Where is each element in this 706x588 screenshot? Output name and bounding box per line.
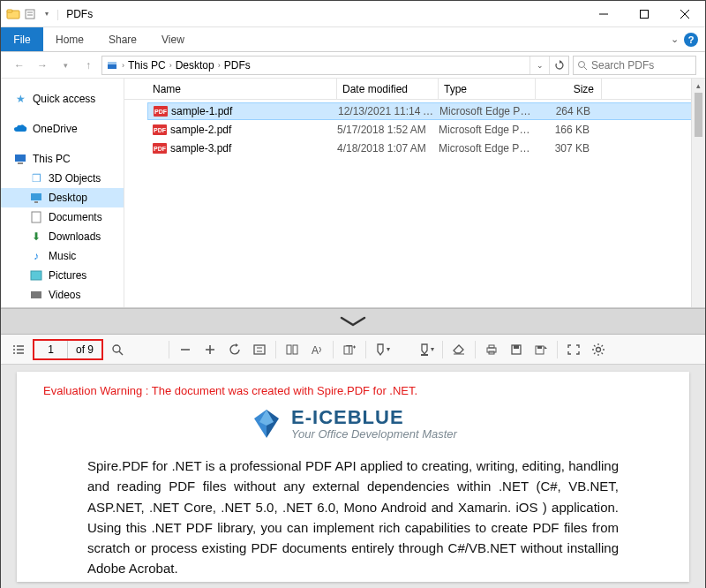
pictures-icon [29, 268, 43, 283]
document-icon [29, 210, 43, 224]
nav-onedrive[interactable]: OneDrive [1, 119, 124, 139]
page-indicator: 1 of 9 [33, 339, 103, 360]
file-row[interactable]: PDFsample-3.pdf4/18/2018 1:07 AMMicrosof… [147, 139, 700, 157]
split-collapse-button[interactable] [1, 308, 705, 335]
read-aloud-icon[interactable]: A [306, 339, 327, 360]
file-row[interactable]: PDFsample-2.pdf5/17/2018 1:52 AMMicrosof… [147, 121, 700, 139]
svg-rect-48 [514, 345, 519, 349]
zoom-in-icon[interactable] [199, 339, 221, 360]
close-button[interactable] [665, 1, 705, 27]
svg-line-12 [584, 67, 587, 70]
col-size[interactable]: Size [536, 79, 602, 99]
col-name[interactable]: Name [147, 79, 337, 99]
logo-block: E-ICEBLUE Your Office Development Master [43, 406, 663, 441]
save-as-icon[interactable] [530, 339, 552, 360]
svg-line-59 [594, 352, 596, 354]
pdf-toolbar: 1 of 9 A T ▾ ▾ [1, 335, 705, 365]
nav-thispc[interactable]: This PC [1, 149, 124, 169]
svg-line-57 [602, 352, 604, 354]
save-icon[interactable] [506, 339, 527, 360]
forward-button[interactable]: → [33, 56, 52, 75]
highlight-icon[interactable]: ▾ [416, 339, 437, 360]
crumb-desktop[interactable]: Desktop [172, 59, 218, 72]
nav-quick-access[interactable]: ★ Quick access [1, 89, 124, 109]
scroll-thumb[interactable] [695, 93, 702, 137]
download-icon: ⬇ [29, 230, 43, 244]
draw-icon[interactable]: ▾ [372, 339, 393, 360]
help-icon[interactable]: ? [684, 33, 698, 47]
nav-documents[interactable]: Documents [1, 207, 124, 227]
erase-icon[interactable] [448, 339, 469, 360]
svg-line-56 [594, 345, 596, 347]
column-headers: Name Date modified Type Size [124, 79, 705, 100]
ribbon: File Home Share View ⌄ ? [1, 27, 705, 52]
nav-3d-objects[interactable]: ❒3D Objects [1, 169, 124, 188]
file-type: Microsoft Edge PDF ... [433, 142, 530, 155]
tab-file[interactable]: File [1, 27, 43, 51]
print-icon[interactable] [481, 339, 502, 360]
pdf-icon: PDF [153, 143, 167, 154]
ribbon-expand-icon[interactable]: ⌄ [671, 34, 679, 45]
file-list-pane: ▴ Name Date modified Type Size PDFsample… [124, 79, 705, 307]
find-icon[interactable] [107, 339, 128, 360]
navigation-row: ← → ▾ ↑ › This PC › Desktop › PDFs ⌄ Sea… [1, 52, 705, 79]
video-icon [29, 288, 43, 302]
desktop-icon [29, 191, 43, 205]
svg-rect-1 [7, 10, 12, 12]
qat-props-icon[interactable] [23, 7, 37, 21]
crumb-thispc[interactable]: This PC [124, 59, 169, 72]
recent-button[interactable]: ▾ [56, 56, 75, 75]
file-name: sample-2.pdf [170, 124, 231, 136]
fullscreen-icon[interactable] [563, 339, 584, 360]
nav-system-c[interactable]: system (C:) [1, 305, 124, 307]
page-view-icon[interactable] [282, 339, 303, 360]
maximize-button[interactable] [624, 1, 665, 27]
search-icon [577, 60, 588, 71]
back-button[interactable]: ← [10, 56, 29, 75]
svg-rect-45 [489, 345, 494, 348]
svg-rect-2 [26, 10, 34, 19]
settings-icon[interactable] [588, 339, 609, 360]
nav-pane: ★ Quick access OneDrive This PC ❒3D Obje… [1, 79, 124, 307]
minimize-button[interactable] [583, 1, 624, 27]
crumb-pdfs[interactable]: PDFs [221, 59, 254, 72]
tab-share[interactable]: Share [96, 27, 149, 51]
page-number-input[interactable]: 1 [34, 341, 68, 358]
nav-videos[interactable]: Videos [1, 285, 124, 305]
nav-music[interactable]: ♪Music [1, 246, 124, 266]
file-row[interactable]: PDFsample-1.pdf12/13/2021 11:14 AMMicros… [147, 102, 700, 120]
file-date: 5/17/2018 1:52 AM [332, 124, 433, 136]
file-size: 307 KB [530, 142, 597, 155]
tab-view[interactable]: View [149, 27, 197, 51]
col-type[interactable]: Type [439, 79, 536, 99]
add-text-icon[interactable]: T [339, 339, 360, 360]
svg-rect-15 [31, 193, 41, 200]
cloud-icon [13, 122, 27, 136]
svg-point-11 [579, 61, 585, 67]
svg-line-28 [119, 351, 123, 355]
refresh-button[interactable] [549, 57, 568, 74]
rotate-icon[interactable] [224, 339, 245, 360]
brand-tagline: Your Office Development Master [291, 428, 457, 441]
nav-pictures[interactable]: Pictures [1, 266, 124, 285]
pdf-viewport[interactable]: Evaluation Warning : The document was cr… [1, 365, 705, 588]
col-date[interactable]: Date modified [337, 79, 439, 99]
vertical-scrollbar[interactable]: ▴ [691, 79, 705, 307]
nav-desktop[interactable]: Desktop [1, 188, 124, 207]
nav-downloads[interactable]: ⬇Downloads [1, 227, 124, 246]
tab-home[interactable]: Home [43, 27, 96, 51]
svg-rect-35 [287, 345, 291, 354]
scroll-up-button[interactable]: ▴ [692, 79, 705, 93]
chevron-down-icon[interactable]: ▾ [40, 7, 54, 21]
fit-page-icon[interactable] [249, 339, 270, 360]
history-dropdown-button[interactable]: ⌄ [530, 57, 549, 74]
svg-point-27 [113, 345, 120, 352]
svg-line-58 [602, 345, 604, 347]
address-bar[interactable]: › This PC › Desktop › PDFs ⌄ [101, 56, 569, 75]
up-button[interactable]: ↑ [79, 56, 98, 75]
window-title: PDFs [59, 8, 93, 20]
search-box[interactable]: Search PDFs [573, 56, 696, 75]
contents-icon[interactable] [8, 339, 29, 360]
zoom-out-icon[interactable] [175, 339, 196, 360]
file-type: Microsoft Edge PDF ... [434, 105, 531, 117]
